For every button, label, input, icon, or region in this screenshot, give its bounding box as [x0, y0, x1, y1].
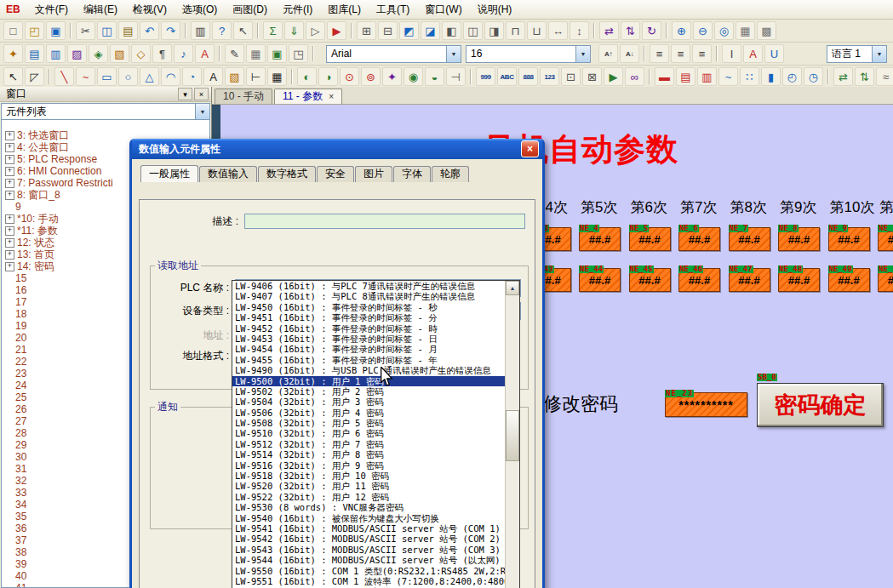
font-family-select[interactable]: Arial ▼	[326, 45, 461, 63]
expander-icon[interactable]: +	[5, 262, 14, 271]
table-tool-icon[interactable]: ▦	[267, 67, 287, 86]
menu-element[interactable]: 元件(I)	[275, 0, 320, 20]
align-center-icon[interactable]: ◫	[463, 21, 483, 40]
expander-icon[interactable]: +	[5, 131, 14, 140]
alarm-display-icon[interactable]: ▤	[676, 67, 696, 86]
element-list-icon[interactable]: ▥	[46, 44, 66, 63]
arc-tool-icon[interactable]: ◠	[161, 67, 180, 86]
expander-icon[interactable]: +	[5, 250, 14, 260]
bit-lamp-icon[interactable]: ◐	[297, 67, 317, 86]
device-option[interactable]: LW-9541 (16bit) : MODBUS/ASCII server 站号…	[232, 523, 505, 534]
data-sampling-icon[interactable]: ≈	[876, 67, 893, 86]
pen-icon[interactable]: ✎	[225, 44, 244, 63]
dialog-titlebar[interactable]: 数值输入元件属性 ×	[132, 139, 542, 159]
device-option[interactable]: LW-9450 (16bit) : 事件登录的时间标签 - 秒	[232, 302, 505, 312]
font-library-icon[interactable]: A	[195, 44, 215, 63]
label-library-icon[interactable]: ¶	[152, 44, 172, 63]
new-project-icon[interactable]: □	[3, 21, 23, 40]
dialog-tab[interactable]: 数值输入	[199, 166, 257, 182]
device-option[interactable]: LW-9406 (16bit) : 与PLC 7通讯错误时产生的错误信息	[232, 281, 505, 291]
indirect-window-icon[interactable]: ⊡	[561, 67, 581, 86]
numeric-input-cell[interactable]: ##.#NE_45	[629, 268, 671, 292]
transform-tool-icon[interactable]: ◸	[25, 67, 44, 86]
numeric-input-cell[interactable]: ##.#NE_46	[678, 268, 720, 292]
expander-icon[interactable]: +	[5, 226, 14, 236]
flip-horizontal-icon[interactable]: ⇄	[599, 21, 619, 40]
device-option[interactable]: LW-9502 (32bit) : 用户 2 密码	[232, 386, 505, 397]
numeric-input-cell[interactable]: ##.#NE_9	[828, 227, 870, 251]
toggle-switch-icon[interactable]: ◉	[404, 67, 423, 86]
send-to-back-icon[interactable]: ◪	[421, 21, 440, 40]
ungroup-icon[interactable]: ⊟	[378, 21, 398, 40]
panel-close-button[interactable]: ×	[194, 88, 209, 100]
expander-icon[interactable]: +	[5, 155, 14, 164]
compile-icon[interactable]: Σ	[263, 21, 283, 40]
menu-library[interactable]: 图库(L)	[320, 0, 369, 20]
numeric-input-cell[interactable]: ##.#NE_5	[629, 227, 671, 251]
bar-graph-icon[interactable]: ▮	[761, 67, 781, 86]
alarm-bar-icon[interactable]: ▬	[655, 67, 674, 86]
open-project-icon[interactable]: ◰	[25, 21, 44, 40]
align-bottom-icon[interactable]: ⊔	[527, 21, 547, 40]
offline-simulation-icon[interactable]: ▷	[306, 21, 325, 40]
zoom-in-icon[interactable]: ⊕	[672, 21, 691, 40]
numeric-input-cell[interactable]: ##.#NE_49	[828, 268, 870, 292]
dropdown-scrollbar[interactable]: ▲	[505, 281, 519, 588]
select-tool-icon[interactable]: ↖	[3, 67, 23, 86]
device-option[interactable]: LW-9530 (8 words) : VNC服务器密码	[232, 502, 505, 512]
font-enlarge-icon[interactable]: A↑	[598, 44, 618, 63]
element-list-select[interactable]: 元件列表 ▼	[1, 103, 210, 120]
menu-file[interactable]: 文件(F)	[27, 0, 76, 20]
xy-plot-icon[interactable]: ∷	[740, 67, 759, 86]
ascii-display-icon[interactable]: 123	[540, 67, 559, 86]
download-icon[interactable]: ⇓	[284, 21, 304, 40]
paste-icon[interactable]: ▤	[118, 21, 138, 40]
menu-help[interactable]: 说明(H)	[470, 0, 520, 20]
document-tab[interactable]: 10 - 手动	[215, 88, 272, 104]
recipe-transfer-icon[interactable]: ⇅	[855, 67, 874, 86]
dialog-tab[interactable]: 数字格式	[258, 166, 316, 182]
device-option[interactable]: LW-9407 (16bit) : 与PLC 8通讯错误时产生的错误信息	[232, 291, 505, 301]
grid-toggle-icon[interactable]: ▦	[736, 21, 755, 40]
dialog-tab[interactable]: 一般属性	[140, 165, 198, 182]
expander-icon[interactable]: +	[5, 214, 14, 224]
clock-icon[interactable]: ◷	[804, 67, 823, 86]
underline-icon[interactable]: U	[764, 44, 784, 63]
window-settings-icon[interactable]: ◳	[289, 44, 308, 63]
redo-icon[interactable]: ↷	[161, 21, 180, 40]
language-select[interactable]: 语言 1 ▼	[827, 45, 887, 63]
device-option[interactable]: LW-9512 (32bit) : 用户 7 密码	[232, 439, 505, 449]
device-option[interactable]: LW-9452 (16bit) : 事件登录的时间标签 - 時	[232, 323, 505, 334]
numeric-display-icon[interactable]: 888	[518, 67, 538, 86]
direct-window-icon[interactable]: ⊠	[582, 67, 602, 86]
polyline-tool-icon[interactable]: ~	[76, 67, 95, 86]
device-option[interactable]: LW-9510 (32bit) : 用户 6 密码	[232, 428, 505, 438]
numeric-input-icon[interactable]: 999	[476, 67, 495, 86]
image-tool-icon[interactable]: ▧	[225, 67, 244, 86]
cut-icon[interactable]: ✂	[76, 21, 95, 40]
font-shrink-icon[interactable]: A↓	[620, 44, 639, 63]
project-settings-icon[interactable]: ▣	[267, 44, 287, 63]
description-input[interactable]	[244, 214, 525, 229]
multi-state-switch-icon[interactable]: ◒	[425, 67, 444, 86]
device-option[interactable]: LW-9455 (16bit) : 事件登录的时间标签 - 年	[232, 355, 505, 365]
numeric-input-cell[interactable]: ##.#NE_50	[878, 268, 893, 292]
bring-to-front-icon[interactable]: ◩	[399, 21, 419, 40]
text-align-center-icon[interactable]: ≡	[671, 44, 690, 63]
align-right-icon[interactable]: ◨	[484, 21, 504, 40]
zoom-out-icon[interactable]: ⊖	[693, 21, 713, 40]
align-top-icon[interactable]: ⊓	[506, 21, 525, 40]
device-option[interactable]: LW-9518 (32bit) : 用户 10 密码	[232, 471, 505, 481]
device-option[interactable]: LW-9522 (32bit) : 用户 12 密码	[232, 492, 505, 502]
meter-display-icon[interactable]: ◴	[782, 67, 802, 86]
device-option[interactable]: LW-9550 (16bit) : COM 1 类型(0:RS232,1:RS4…	[232, 566, 505, 576]
numeric-input-cell[interactable]: ##.#NE_10	[878, 227, 893, 251]
rectangle-tool-icon[interactable]: ▭	[97, 67, 117, 86]
about-icon[interactable]: ?	[212, 21, 232, 40]
text-align-right-icon[interactable]: ≡	[692, 44, 712, 63]
grid-setting-icon[interactable]: ▦	[246, 44, 266, 63]
device-option[interactable]: LW-9543 (16bit) : MODBUS/ASCII server 站号…	[232, 545, 505, 555]
same-width-icon[interactable]: ↔	[548, 21, 568, 40]
context-help-icon[interactable]: ↖	[233, 21, 253, 40]
tab-close-icon[interactable]: ×	[329, 92, 334, 101]
